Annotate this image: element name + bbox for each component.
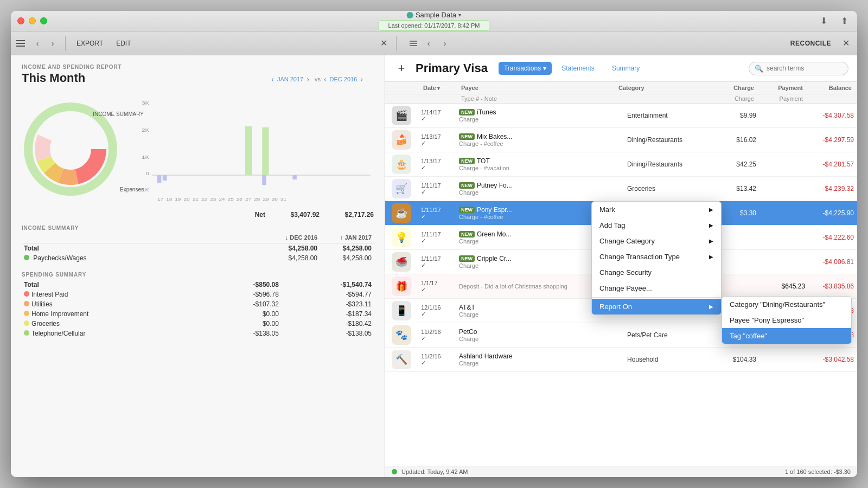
income-item-jan: $4,258.00	[320, 253, 374, 263]
row-date: 11/2/16	[421, 329, 452, 335]
context-menu-report-on[interactable]: Report On ▶	[592, 299, 721, 314]
last-opened-bar: Last opened: 01/17/2017, 8:42 PM	[378, 20, 490, 31]
income-table-header: ↓ DEC 2016 ↑ JAN 2017	[22, 233, 374, 243]
col-payee-header[interactable]: Payee	[461, 85, 618, 91]
row-check: ✓	[421, 335, 452, 342]
new-badge: NEW	[459, 207, 475, 213]
spending-total-label: Total	[22, 280, 202, 290]
transactions-nav-back[interactable]: ‹	[422, 36, 436, 50]
hamburger-menu-icon[interactable]	[16, 40, 25, 47]
chart-area: INCOME SUMMARY Expenses 3K 2K 1K 0 -1K	[11, 89, 385, 209]
row-icon: 🎂	[392, 155, 411, 174]
svg-rect-14	[262, 127, 269, 175]
new-badge: NEW	[459, 182, 475, 189]
nav-back-button[interactable]: ‹	[30, 36, 44, 50]
context-menu-change-payee[interactable]: Change Payee...	[592, 280, 721, 296]
spending-row-telephone: Telephone/Cellular -$138.05 -$138.05	[22, 329, 374, 338]
report-nav-next2-btn[interactable]: ›	[360, 75, 363, 84]
sidebar-toggle-icon[interactable]	[407, 38, 419, 48]
table-row[interactable]: 🍰 1/13/17 ✓ NEW Mix Bakes... Charge - #c…	[385, 128, 857, 152]
income-total-jan: $4,258.00	[320, 243, 374, 254]
change-transaction-type-submenu-arrow: ▶	[709, 254, 713, 260]
toolbar: ‹ › EXPORT EDIT ✕ ‹ › RECONCILE ✕	[11, 31, 857, 55]
transactions-close-button[interactable]: ✕	[840, 37, 852, 49]
main-content: INCOME AND SPENDING REPORT This Month ‹ …	[11, 55, 857, 477]
reconcile-button[interactable]: RECONCILE	[784, 37, 838, 49]
row-icon: 💡	[392, 228, 411, 247]
row-icon: 🥌	[392, 252, 411, 272]
close-button[interactable]	[17, 17, 24, 24]
row-payee: Mix Bakes...	[477, 133, 512, 140]
row-icon: 🛒	[392, 179, 411, 198]
transactions-nav-forward[interactable]: ›	[438, 36, 452, 50]
table-row[interactable]: 🎬 1/14/17 ✓ NEW iTunes Charge	[385, 104, 857, 128]
dot-groceries	[24, 320, 29, 326]
svg-rect-17	[262, 175, 266, 185]
add-transaction-button[interactable]: +	[394, 61, 409, 76]
spending-row-groceries: Groceries $0.00 -$180.42	[22, 319, 374, 329]
context-menu-change-category[interactable]: Change Category ▶	[592, 233, 721, 249]
export-button[interactable]: EXPORT	[71, 37, 108, 49]
row-check: ✓	[421, 140, 452, 147]
share-button[interactable]: ⬆	[838, 15, 851, 28]
context-menu-mark[interactable]: Mark ▶	[592, 202, 721, 217]
svg-rect-16	[163, 175, 167, 181]
transaction-rows: 🎬 1/14/17 ✓ NEW iTunes Charge	[385, 104, 857, 466]
table-row[interactable]: 🛒 1/11/17 ✓ NEW Putney Fo... Charge	[385, 177, 857, 201]
svg-text:30: 30	[272, 197, 278, 202]
svg-text:-1K: -1K	[139, 187, 149, 192]
search-input[interactable]	[767, 65, 843, 72]
col-category-header[interactable]: Category	[618, 85, 705, 91]
report-on-submenu-arrow: ▶	[709, 304, 713, 310]
tab-summary[interactable]: Summary	[604, 62, 647, 75]
svg-text:25: 25	[228, 197, 234, 202]
add-tag-submenu-arrow: ▶	[709, 222, 713, 228]
col-icon-header	[391, 85, 423, 91]
tab-statements[interactable]: Statements	[554, 62, 602, 75]
close-report-button[interactable]: ✕	[377, 38, 391, 48]
col-date-header[interactable]: Date	[423, 85, 461, 91]
row-date: 1/1/17	[421, 280, 452, 286]
edit-button[interactable]: EDIT	[111, 37, 136, 49]
context-menu-separator	[592, 297, 721, 298]
row-date: 1/11/17	[421, 231, 452, 237]
submenu-tag-item[interactable]: Tag "coffee"	[722, 328, 851, 344]
row-icon: 🍰	[392, 130, 411, 150]
header-jan: ↑ JAN 2017	[320, 233, 374, 243]
income-dot-paychecks	[24, 255, 29, 260]
mark-submenu-arrow: ▶	[709, 207, 713, 213]
spending-row-home: Home Improvement $0.00 -$187.34	[22, 309, 374, 319]
report-nav-vs: vs	[315, 76, 321, 82]
minimize-button[interactable]	[29, 17, 36, 24]
submenu-payee-item[interactable]: Payee "Pony Espresso"	[722, 312, 851, 328]
spending-row-interest: Interest Paid -$596.78 -$594.77	[22, 290, 374, 299]
tab-transactions[interactable]: Transactions ▾	[499, 62, 552, 75]
context-menu-add-tag[interactable]: Add Tag ▶	[592, 217, 721, 233]
svg-text:3K: 3K	[142, 100, 149, 106]
row-type: Charge	[459, 189, 621, 196]
col-charge-header[interactable]: Charge	[705, 85, 754, 91]
spending-total-dec: -$850.08	[202, 280, 281, 290]
report-on-submenu: Category "Dining/Restaurants" Payee "Pon…	[722, 296, 852, 344]
report-nav-next-btn[interactable]: ›	[307, 75, 309, 84]
context-menu-change-transaction-type[interactable]: Change Transaction Type ▶	[592, 249, 721, 265]
report-nav-prev-btn[interactable]: ‹	[271, 75, 274, 84]
col-balance-header[interactable]: Balance	[803, 85, 852, 91]
row-type: Charge	[459, 336, 621, 342]
submenu-category-item[interactable]: Category "Dining/Restaurants"	[722, 297, 851, 312]
dot-telephone	[24, 330, 29, 336]
download-button[interactable]: ⬇	[817, 15, 830, 28]
table-row[interactable]: 🎂 1/13/17 ✓ NEW TOT Charge - #vacation	[385, 152, 857, 177]
row-check: ✓	[421, 164, 452, 171]
report-nav-prev2-btn[interactable]: ‹	[324, 75, 327, 84]
titlebar-right: ⬇ ⬆	[817, 15, 851, 28]
maximize-button[interactable]	[40, 17, 47, 24]
net-jan: $2,717.26	[320, 211, 374, 219]
nav-forward-button[interactable]: ›	[46, 36, 60, 50]
table-row[interactable]: 🔨 11/2/16 ✓ Ashland Hardware Charge	[385, 348, 857, 372]
context-menu-change-security[interactable]: Change Security	[592, 265, 721, 280]
col-payment-header[interactable]: Payment	[754, 85, 803, 91]
row-balance: -$4,222.60	[812, 234, 854, 241]
row-check: ✓	[421, 311, 452, 318]
spending-total-row: Total -$850.08 -$1,540.74	[22, 280, 374, 290]
